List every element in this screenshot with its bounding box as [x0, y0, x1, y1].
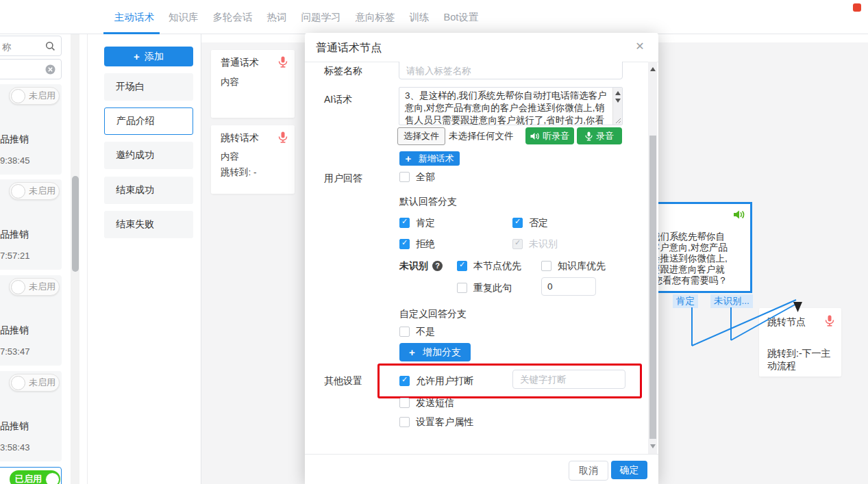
plus-icon	[134, 51, 145, 62]
checkbox-kb-first-label: 知识库优先	[558, 260, 606, 272]
add-branch-button[interactable]: 增加分支	[399, 343, 471, 361]
flow-item-label: 开场白	[116, 81, 145, 93]
flow-item-product-intro[interactable]: 产品介绍	[104, 107, 193, 135]
toggle-label: 未启用	[29, 281, 55, 293]
toggle-disabled[interactable]: 未启用	[9, 182, 60, 200]
checkbox-interrupt[interactable]	[399, 376, 410, 386]
checkbox-customer-attr-label: 设置客户属性	[416, 416, 473, 429]
canvas-card-normal-script[interactable]: 普通话术 内容	[211, 50, 295, 118]
checkbox-negative[interactable]	[512, 218, 523, 228]
toggle-disabled[interactable]: 未启用	[9, 87, 60, 105]
checkbox-row-node-first: 本节点优先	[457, 260, 521, 272]
flow-node-speech[interactable]: 我们系统先帮你自 客户意向,对您产品 会推送到你微信上, 要跟进意向客户就 ,您…	[643, 202, 752, 293]
close-icon[interactable]	[634, 40, 646, 53]
listen-recording-button[interactable]: 听录音	[525, 127, 574, 144]
checkbox-row-interrupt: 允许用户打断	[399, 375, 473, 387]
tab-question-learning[interactable]: 问题学习	[299, 0, 344, 34]
add-flow-button[interactable]: 添加	[104, 47, 193, 66]
confirm-button[interactable]: 确定	[611, 461, 647, 479]
speaker-icon	[733, 209, 745, 220]
scroll-up-icon[interactable]	[615, 91, 621, 95]
tab-intent-tags[interactable]: 意向标签	[353, 0, 398, 34]
tag-name-placeholder: 请输入标签名称	[406, 65, 471, 77]
toggle-label: 未启用	[29, 377, 55, 389]
flow-node-line: 我们系统先帮你自	[651, 231, 751, 242]
script-list-card[interactable]: 未启用 品推销 9:38:45	[0, 84, 62, 175]
checkbox-customer-attr[interactable]	[399, 417, 410, 427]
unrecognized-label: 未识别	[399, 260, 428, 272]
toggle-label: 未启用	[29, 185, 55, 197]
script-list-card-active[interactable]: 已启用	[0, 467, 62, 484]
toggle-label: 已启用	[15, 473, 42, 484]
flow-item-opening[interactable]: 开场白	[104, 73, 193, 101]
checkbox-repeat[interactable]	[457, 283, 467, 293]
field-label-other-settings: 其他设置	[324, 375, 362, 387]
checkbox-not[interactable]	[399, 327, 410, 337]
toggle-enabled[interactable]: 已启用	[10, 470, 60, 484]
keyword-interrupt-input[interactable]	[512, 370, 625, 389]
alert-icon[interactable]	[853, 3, 861, 12]
add-script-button[interactable]: 新增话术	[399, 151, 460, 166]
filter-input[interactable]	[0, 59, 62, 79]
microphone-icon[interactable]	[278, 131, 288, 143]
help-icon[interactable]	[432, 261, 443, 271]
choose-file-button[interactable]: 选择文件	[397, 127, 445, 145]
flow-item-invite-success[interactable]: 邀约成功	[104, 142, 193, 169]
clear-icon[interactable]	[45, 64, 55, 75]
tag-name-input[interactable]: 请输入标签名称	[399, 62, 623, 79]
ai-script-textarea[interactable]: 3、是这样的,我们系统先帮你自动打电话筛选客户意向,对您产品有意向的客户会推送到…	[399, 87, 623, 125]
field-label-tag-name: 标签名称	[324, 65, 362, 77]
checkbox-node-first[interactable]	[457, 261, 467, 271]
checkbox-affirm[interactable]	[399, 218, 410, 228]
script-list-card[interactable]: 未启用 品推销 7:53:47	[0, 275, 62, 366]
checkbox-sms[interactable]	[399, 398, 410, 408]
flow-item-label: 邀约成功	[116, 149, 154, 162]
resize-handle-icon[interactable]	[615, 118, 621, 124]
checkbox-unrecognized-label: 未识别	[529, 238, 558, 251]
tab-multi-turn[interactable]: 多轮会话	[210, 0, 256, 34]
scroll-down-icon[interactable]	[615, 99, 621, 103]
record-label: 录音	[596, 130, 614, 142]
speaker-icon	[530, 132, 539, 140]
sidebar-scrollbar-thumb[interactable]	[72, 176, 79, 272]
top-navigation: 主动话术 知识库 多轮会话 热词 问题学习 意向标签 训练 Bot设置	[0, 0, 868, 34]
script-list-card[interactable]: 未启用 品推销 7:57:21	[0, 179, 62, 270]
search-input-text: 称	[2, 41, 11, 53]
checkbox-negative-label: 否定	[529, 217, 548, 229]
card-time: 3:58:43	[0, 442, 29, 453]
card-title: 品推销	[0, 420, 29, 433]
tab-knowledge-base[interactable]: 知识库	[166, 0, 201, 34]
normal-script-node-dialog: 普通话术节点 标签名称 请输入标签名称 AI话术 3、是这样的,我们系统先帮你自…	[305, 33, 658, 484]
microphone-icon[interactable]	[278, 56, 288, 68]
checkbox-all[interactable]	[399, 172, 410, 182]
sidebar-divider	[87, 34, 88, 484]
checkbox-kb-first[interactable]	[541, 261, 551, 271]
record-button[interactable]: 录音	[577, 127, 622, 144]
tab-active-script[interactable]: 主动话术	[112, 0, 157, 34]
flow-item-end-success[interactable]: 结束成功	[104, 177, 193, 204]
flow-item-end-fail[interactable]: 结束失败	[104, 211, 193, 238]
listen-recording-label: 听录音	[543, 130, 569, 142]
canvas-card-jump-script[interactable]: 跳转话术 内容 跳转到: -	[211, 125, 295, 194]
checkbox-row-unrecognized-disabled: 未识别	[512, 238, 558, 250]
dialog-scrollbar-thumb[interactable]	[649, 136, 656, 439]
tab-training[interactable]: 训练	[407, 0, 432, 34]
toggle-knob	[11, 184, 25, 199]
tab-hot-words[interactable]: 热词	[264, 0, 290, 34]
scroll-up-icon[interactable]	[650, 67, 656, 71]
cancel-button[interactable]: 取消	[569, 461, 608, 481]
search-input[interactable]: 称	[0, 36, 62, 56]
checkbox-affirm-label: 肯定	[416, 217, 435, 229]
app-root: 普通话术 内容 跳转话术 内容 跳转到: - 我们系统先帮你自 客户意向,对您产…	[0, 0, 868, 484]
toggle-disabled[interactable]: 未启用	[9, 278, 60, 296]
dialog-scrollbar[interactable]	[648, 62, 657, 454]
toggle-disabled[interactable]: 未启用	[9, 374, 60, 392]
checkbox-reject[interactable]	[399, 239, 410, 249]
tab-bot-settings[interactable]: Bot设置	[441, 0, 482, 34]
repeat-count-input[interactable]	[541, 277, 596, 296]
script-list-card[interactable]: 未启用 品推销 3:58:43	[0, 371, 62, 461]
search-icon[interactable]	[45, 41, 55, 51]
no-file-text: 未选择任何文件	[449, 130, 514, 142]
sidebar-scrollbar[interactable]	[71, 0, 79, 484]
scroll-down-icon[interactable]	[650, 444, 656, 448]
